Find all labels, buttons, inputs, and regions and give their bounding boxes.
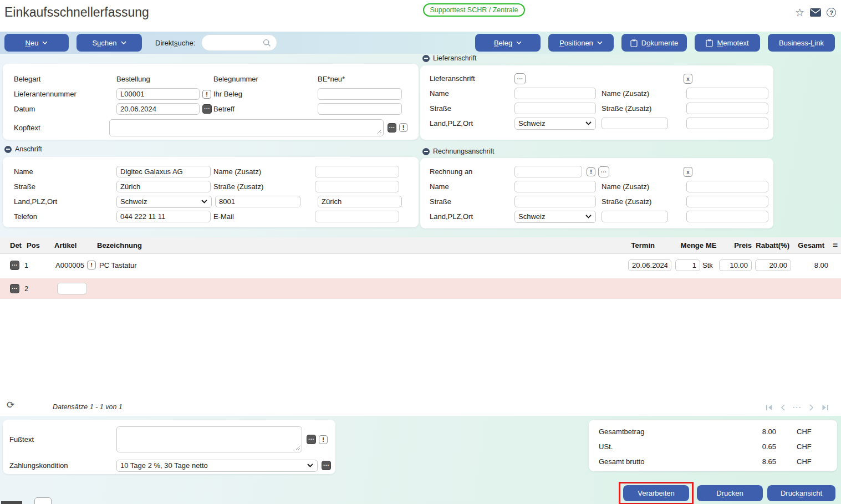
beleg-button[interactable]: Beleg	[475, 34, 541, 52]
lookup-ellipsis-button[interactable]: ···	[598, 166, 609, 177]
rechnung-strasse-input[interactable]	[514, 196, 596, 207]
einkaufsschnellerfassung-window: Einkaufsschnellerfassung Supporttest SCH…	[0, 0, 841, 504]
liefer-plz-input[interactable]	[602, 118, 668, 129]
clear-button[interactable]: x	[684, 167, 692, 177]
land-plz-ort-label: Land,PLZ,Ort	[430, 119, 514, 128]
zahlungskondition-select[interactable]: 10 Tage 2 %, 30 Tage netto	[116, 460, 318, 472]
land-select[interactable]: Schweiz	[116, 196, 212, 208]
direktsuche-label: Direktsuche:	[155, 39, 195, 47]
strasse-label: Straße	[14, 182, 116, 191]
dokumente-button[interactable]: Dokumente	[621, 34, 687, 52]
rechnungsanschrift-section-title: Rechnungsanschrift	[433, 147, 494, 155]
first-page-icon[interactable]	[766, 404, 773, 411]
ellipsis-icon-button[interactable]: ···	[322, 461, 331, 470]
neu-button[interactable]: Neu	[4, 34, 69, 52]
chevron-down-icon	[597, 41, 603, 44]
lookup-ellipsis-button[interactable]: ···	[514, 73, 526, 84]
name-label: Name	[430, 182, 514, 191]
kopftext-textarea[interactable]	[109, 119, 384, 136]
liefer-ort-input[interactable]	[686, 118, 768, 129]
last-page-icon[interactable]	[822, 404, 829, 411]
rechnung-plz-input[interactable]	[602, 211, 668, 222]
fusstext-textarea[interactable]	[116, 426, 302, 452]
clipped-bottom-widget[interactable]	[34, 497, 52, 504]
ellipsis-icon-button[interactable]: ···	[202, 104, 212, 114]
ellipsis-icon-button[interactable]: ···	[307, 435, 316, 444]
liefer-name-zusatz-input[interactable]	[686, 88, 768, 99]
business-link-button[interactable]: Business-Link	[768, 34, 835, 52]
table-menu-icon[interactable]: ≡	[833, 240, 838, 250]
datum-input[interactable]	[116, 103, 200, 115]
ellipsis-icon-button[interactable]: ···	[388, 123, 396, 133]
warning-icon-button[interactable]: !	[587, 167, 595, 176]
email-input[interactable]	[315, 211, 399, 222]
favorite-star-icon[interactable]: ☆	[795, 7, 804, 18]
suchen-button[interactable]: Suchen	[77, 34, 142, 52]
termin-input[interactable]	[628, 259, 671, 271]
artikel-input[interactable]	[57, 283, 87, 294]
name-zusatz-input[interactable]	[315, 166, 399, 177]
warning-icon-button[interactable]: !	[319, 435, 328, 444]
help-icon[interactable]: ?	[827, 8, 836, 17]
menge-input[interactable]	[675, 259, 700, 271]
verarbeiten-button[interactable]: Verarbeiten	[623, 485, 689, 501]
direktsuche-search-box[interactable]	[201, 34, 277, 51]
telefon-input[interactable]	[116, 211, 211, 222]
rechnung-land-select[interactable]: Schweiz	[514, 211, 596, 223]
col-bezeichnung: Bezeichnung	[97, 241, 142, 250]
liefer-strasse-input[interactable]	[514, 103, 596, 114]
clear-button[interactable]: x	[684, 74, 692, 84]
warning-icon-button[interactable]: !	[399, 123, 407, 132]
ihr-beleg-input[interactable]	[318, 88, 402, 100]
total-row: USt. 0.65 CHF	[599, 439, 827, 454]
drucken-button[interactable]: Drucken	[697, 485, 763, 501]
lieferanschrift-section-title: Lieferanschrift	[433, 54, 477, 62]
liefer-name-input[interactable]	[514, 88, 596, 99]
collapse-icon[interactable]	[422, 55, 430, 62]
direktsuche-input[interactable]	[207, 39, 263, 47]
belegnummer-value: BE*neu*	[318, 75, 402, 83]
name-input[interactable]	[116, 166, 211, 177]
rechnung-name-input[interactable]	[514, 181, 596, 192]
pos-value: 1	[24, 261, 28, 269]
window-icon-group: ☆ ?	[795, 7, 836, 18]
ihr-beleg-label: Ihr Beleg	[213, 90, 318, 98]
ort-input[interactable]	[318, 196, 402, 207]
rechnung-name-zusatz-input[interactable]	[686, 181, 768, 192]
rabatt-input[interactable]	[755, 259, 791, 271]
next-page-icon[interactable]	[809, 404, 814, 411]
strasse-input[interactable]	[116, 181, 211, 192]
bezeichnung-value: PC Tastatur	[99, 261, 137, 269]
preis-input[interactable]	[719, 259, 752, 271]
rechnung-strasse-zusatz-input[interactable]	[686, 196, 768, 207]
lieferanschrift-panel: Lieferanschrift ··· x Name Name (Zusatz)…	[420, 65, 773, 140]
pagination: ···	[766, 403, 829, 411]
rechnung-ort-input[interactable]	[686, 211, 768, 222]
page-ellipsis-icon[interactable]: ···	[793, 403, 802, 411]
currency-label: CHF	[797, 442, 827, 451]
warning-icon-button[interactable]: !	[87, 261, 96, 269]
row-detail-ellipsis-button[interactable]: ···	[10, 284, 19, 293]
previous-page-icon[interactable]	[781, 404, 785, 411]
betreff-input[interactable]	[318, 103, 402, 115]
strasse-zusatz-input[interactable]	[315, 181, 399, 192]
chevron-down-icon	[307, 464, 313, 467]
warning-icon-button[interactable]: !	[202, 90, 211, 99]
lieferantennummer-input[interactable]	[116, 88, 200, 100]
plz-input[interactable]	[215, 196, 300, 207]
row-detail-ellipsis-button[interactable]: ···	[10, 261, 19, 270]
liefer-land-select[interactable]: Schweiz	[514, 118, 596, 130]
rechnung-an-input[interactable]	[514, 166, 582, 177]
druckansicht-button[interactable]: Druckansicht	[767, 485, 835, 501]
gesamt-brutto-label: Gesamt brutto	[599, 457, 737, 466]
collapse-icon[interactable]	[4, 146, 12, 153]
chevron-down-icon	[585, 121, 592, 125]
collapse-icon[interactable]	[422, 148, 430, 155]
memotext-button[interactable]: Memotext	[695, 34, 760, 52]
positionen-button[interactable]: Positionen	[548, 34, 614, 52]
refresh-icon[interactable]: ⟳	[7, 400, 14, 410]
mail-icon[interactable]	[810, 8, 821, 17]
strasse-zusatz-label: Straße (Zusatz)	[602, 104, 681, 113]
liefer-strasse-zusatz-input[interactable]	[686, 103, 768, 114]
chevron-down-icon	[516, 41, 522, 44]
